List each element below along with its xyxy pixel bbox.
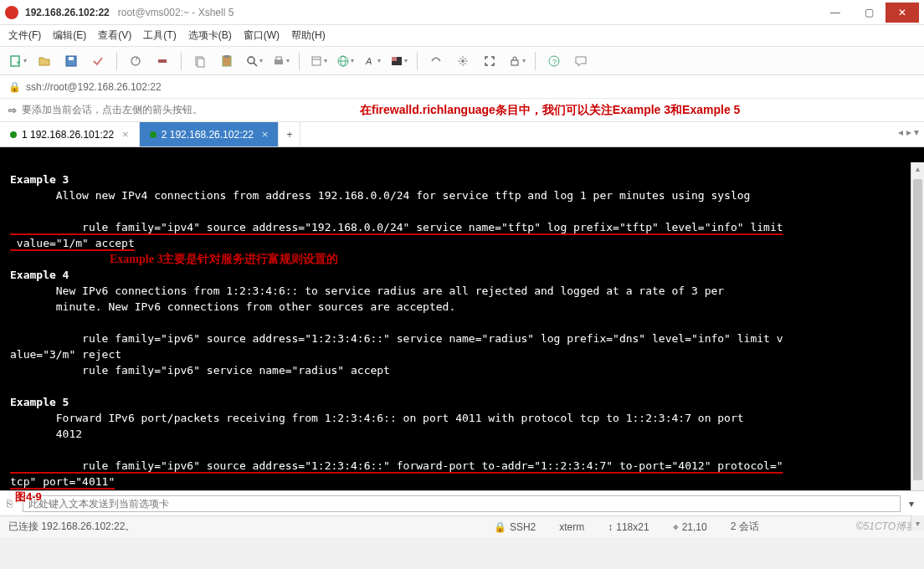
svg-rect-13 [276, 57, 281, 60]
hint-bar: ⇨ 要添加当前会话，点击左侧的箭头按钮。 在firewalld.richlang… [0, 99, 924, 122]
fullscreen-icon[interactable] [479, 50, 501, 72]
annotation-ex3: Example 3主要是针对服务进行富规则设置的 [10, 253, 338, 265]
lock-small-icon: 🔒 [8, 81, 21, 93]
ex4-rule2: rule family="ipv6" service name="radius"… [10, 364, 390, 377]
status-dot-icon [10, 131, 17, 138]
copy-icon[interactable] [189, 50, 211, 72]
svg-line-11 [254, 63, 257, 66]
tab-close-icon[interactable]: × [262, 128, 269, 141]
ex5-desc2: 4012 [10, 428, 82, 440]
help-icon[interactable]: ? [543, 50, 565, 72]
scroll-up-icon[interactable]: ▴ [911, 162, 924, 176]
connect-icon[interactable] [87, 50, 109, 72]
status-size: ↕ 118x21 [608, 521, 649, 533]
ex4-rule1a: rule family="ipv6" source address="1:2:3… [10, 332, 783, 345]
ex3-rule-a: rule family="ipv4" source address="192.1… [10, 221, 783, 233]
menu-tabs[interactable]: 选项卡(B) [188, 28, 232, 43]
arrow-icon[interactable]: ⇨ [8, 105, 17, 116]
color-scheme-icon[interactable]: ▾ [388, 50, 409, 72]
scroll-down-icon[interactable]: ▾ [911, 517, 924, 531]
ex5-rule-b: tcp" port="4011" [10, 475, 115, 488]
tab-label: 1 192.168.26.101:22 [22, 129, 114, 141]
app-icon [5, 6, 18, 19]
annotation-top: 在firewalld.richlanguage条目中，我们可以关注Example… [360, 103, 740, 118]
svg-point-4 [131, 57, 140, 65]
ex4-desc2: minute. New IPv6 connections from other … [10, 300, 455, 313]
properties-icon[interactable]: ▾ [307, 50, 329, 72]
menu-edit[interactable]: 编辑(E) [53, 28, 86, 43]
close-button[interactable]: ✕ [886, 3, 919, 23]
ex4-title: Example 4 [10, 269, 69, 281]
ex3-desc: Allow new IPv4 connections from address … [10, 189, 750, 202]
tab-close-icon[interactable]: × [122, 128, 129, 141]
title-text-main: 192.168.26.102:22 [25, 7, 110, 18]
tab-nav-arrows[interactable]: ◂ ▸ ▾ [898, 126, 919, 138]
figure-label: 图4-9 [15, 490, 42, 505]
svg-rect-9 [224, 55, 229, 58]
disconnect-icon[interactable] [151, 50, 173, 72]
status-connection: 已连接 192.168.26.102:22。 [8, 520, 470, 534]
settings-icon[interactable] [452, 50, 474, 72]
menu-help[interactable]: 帮助(H) [291, 28, 326, 43]
reconnect-icon[interactable] [125, 50, 146, 72]
menu-file[interactable]: 文件(F) [8, 28, 41, 43]
ex5-desc1: Forward IPv6 port/packets receiving from… [10, 412, 744, 424]
status-dot-icon [150, 131, 157, 138]
svg-point-22 [461, 59, 465, 63]
svg-text:?: ? [552, 58, 557, 66]
status-pos: ⌖ 21,10 [673, 521, 707, 533]
scroll-thumb[interactable] [913, 179, 922, 480]
svg-text:+: + [16, 59, 20, 67]
menu-tools[interactable]: 工具(T) [143, 28, 176, 43]
svg-rect-21 [392, 57, 397, 61]
tab-session-2[interactable]: 2 192.168.26.102:22 × [140, 122, 280, 146]
watermark: ©51CTO博客 [856, 520, 916, 534]
font-icon[interactable]: A▾ [361, 50, 382, 72]
menu-bar: 文件(F) 编辑(E) 查看(V) 工具(T) 选项卡(B) 窗口(W) 帮助(… [0, 25, 924, 47]
status-term: xterm [559, 521, 584, 533]
minimize-button[interactable]: — [819, 3, 852, 23]
ex3-title: Example 3 [10, 173, 69, 186]
address-text: ssh://root@192.168.26.102:22 [26, 81, 162, 93]
tab-add-button[interactable]: + [279, 122, 300, 146]
globe-icon[interactable]: ▾ [334, 50, 356, 72]
send-dropdown-icon[interactable]: ▾ [906, 496, 917, 511]
menu-view[interactable]: 查看(V) [98, 28, 131, 43]
ex4-rule1b: alue="3/m" reject [10, 348, 121, 361]
lock-icon[interactable]: ▾ [506, 50, 527, 72]
vertical-scrollbar[interactable]: ▴ ▾ [911, 162, 924, 531]
tab-strip: 1 192.168.26.101:22 × 2 192.168.26.102:2… [0, 122, 924, 147]
print-icon[interactable]: ▾ [270, 50, 291, 72]
menu-window[interactable]: 窗口(W) [244, 28, 280, 43]
tab-label: 2 192.168.26.102:22 [162, 129, 254, 141]
find-icon[interactable]: ▾ [243, 50, 264, 72]
send-input[interactable] [23, 495, 901, 512]
svg-rect-7 [198, 59, 204, 67]
hint-text: 要添加当前会话，点击左侧的箭头按钮。 [22, 103, 203, 117]
title-text-sub: root@vms002:~ - Xshell 5 [118, 7, 234, 18]
open-icon[interactable] [33, 50, 55, 72]
svg-rect-5 [158, 59, 167, 63]
svg-rect-23 [511, 60, 518, 65]
save-icon[interactable] [60, 50, 82, 72]
new-session-icon[interactable]: +▾ [7, 50, 28, 72]
svg-rect-14 [312, 57, 321, 65]
maximize-button[interactable]: ▢ [852, 3, 886, 23]
svg-rect-3 [69, 57, 74, 60]
ex3-rule-b: value="1/m" accept [10, 237, 135, 249]
status-protocol: 🔒 SSH2 [494, 521, 536, 533]
paste-icon[interactable] [216, 50, 238, 72]
svg-point-10 [248, 57, 254, 64]
tab-session-1[interactable]: 1 192.168.26.101:22 × [0, 122, 140, 146]
terminal-output[interactable]: Example 3 Allow new IPv4 connections fro… [0, 147, 924, 490]
svg-text:A: A [365, 56, 372, 66]
title-bar: 192.168.26.102:22 root@vms002:~ - Xshell… [0, 0, 924, 25]
ex4-desc1: New IPv6 connections from 1:2:3:4:6:: to… [10, 284, 724, 297]
input-toggle-icon[interactable]: ⎘ [7, 498, 13, 510]
status-bar: 已连接 192.168.26.102:22。 🔒 SSH2 xterm ↕ 11… [0, 515, 924, 537]
status-sessions: 2 会话 [731, 520, 759, 534]
tunneling-icon[interactable] [425, 50, 447, 72]
toolbar: +▾ ▾ ▾ ▾ ▾ A▾ ▾ ▾ ? [0, 47, 924, 75]
feedback-icon[interactable] [570, 50, 592, 72]
address-bar[interactable]: 🔒 ssh://root@192.168.26.102:22 [0, 75, 924, 99]
